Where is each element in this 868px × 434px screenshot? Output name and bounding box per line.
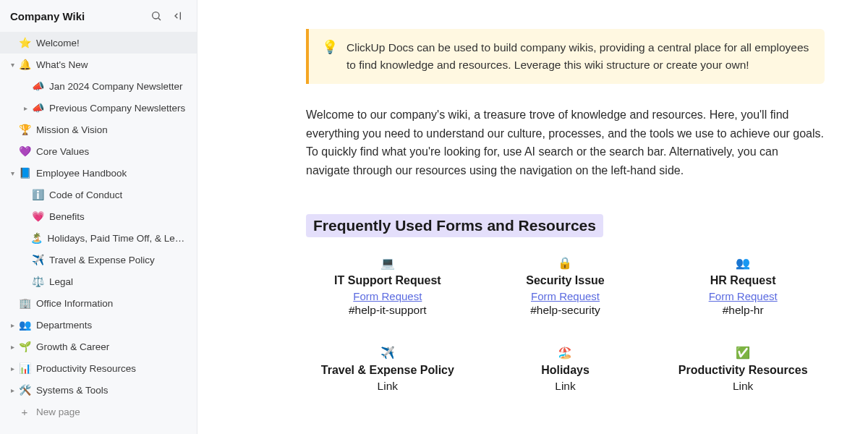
card-icon: 🔒 <box>484 256 647 270</box>
main-content: 💡 ClickUp Docs can be used to build comp… <box>197 0 868 434</box>
page-emoji-icon: 🏆 <box>17 124 32 135</box>
card-form-link[interactable]: Form Request <box>661 290 825 302</box>
page-emoji-icon: ℹ️ <box>30 189 45 200</box>
section-heading: Frequently Used Forms and Resources <box>306 214 603 237</box>
page-emoji-icon: 💗 <box>30 210 45 222</box>
page-emoji-icon: 📣 <box>30 102 45 114</box>
resource-card: 🔒Security IssueForm Request#help-securit… <box>484 256 647 317</box>
card-icon: 💻 <box>306 256 469 270</box>
sidebar-item-label: Jan 2024 Company Newsletter <box>49 81 183 92</box>
intro-paragraph: Welcome to our company's wiki, a treasur… <box>306 106 825 179</box>
lightbulb-icon: 💡 <box>322 39 338 74</box>
sidebar-item[interactable]: 🏆Mission & Vision <box>0 119 197 140</box>
card-icon: ✅ <box>661 346 825 359</box>
page-emoji-icon: 📣 <box>30 80 45 92</box>
sidebar-item[interactable]: ℹ️Code of Conduct <box>0 184 197 205</box>
card-title: IT Support Request <box>306 274 469 287</box>
sidebar-item[interactable]: 🏢Office Information <box>0 292 197 314</box>
page-emoji-icon: 🏝️ <box>30 232 43 244</box>
page-emoji-icon: 📊 <box>17 362 32 374</box>
sidebar-item-label: Productivity Resources <box>36 363 136 374</box>
page-emoji-icon: 📘 <box>17 167 32 179</box>
collapse-sidebar-icon[interactable] <box>169 7 187 25</box>
card-icon: ✈️ <box>306 346 469 359</box>
page-emoji-icon: ⭐ <box>17 37 32 48</box>
resource-card: ✈️Travel & Expense PolicyLink <box>306 346 469 393</box>
card-icon: 👥 <box>661 256 825 270</box>
page-emoji-icon: ⚖️ <box>30 276 45 287</box>
sidebar-item-label: Growth & Career <box>36 341 109 352</box>
chevron-icon[interactable]: ▸ <box>7 343 17 351</box>
resource-card: 🏖️HolidaysLink <box>484 346 647 393</box>
plus-icon: + <box>17 406 32 418</box>
card-title: Productivity Resources <box>661 364 825 377</box>
sidebar-item[interactable]: 🏝️Holidays, Paid Time Off, & Leave… <box>0 227 197 249</box>
svg-point-0 <box>153 12 159 19</box>
page-emoji-icon: 🌱 <box>17 341 32 352</box>
card-channel-tag: #help-security <box>484 304 647 317</box>
sidebar: Company Wiki ⭐Welcome!▾🔔What's New📣Jan 2… <box>0 0 197 434</box>
search-icon[interactable] <box>148 7 165 25</box>
card-icon: 🏖️ <box>484 346 647 359</box>
card-title: Travel & Expense Policy <box>306 364 469 377</box>
svg-line-1 <box>158 18 161 20</box>
sidebar-item[interactable]: ▸📣Previous Company Newsletters <box>0 97 197 119</box>
sidebar-item-label: Travel & Expense Policy <box>49 255 155 265</box>
resource-card: 💻IT Support RequestForm Request#help-it-… <box>306 256 469 317</box>
resource-cards-grid: 💻IT Support RequestForm Request#help-it-… <box>306 256 825 393</box>
chevron-icon[interactable]: ▸ <box>20 104 30 112</box>
card-link-placeholder: Link <box>484 380 647 393</box>
page-emoji-icon: 💜 <box>17 145 32 157</box>
sidebar-item[interactable]: ▸📊Productivity Resources <box>0 357 197 379</box>
sidebar-item[interactable]: 📣Jan 2024 Company Newsletter <box>0 75 197 97</box>
sidebar-item[interactable]: ▾🔔What's New <box>0 54 197 75</box>
chevron-icon[interactable]: ▾ <box>7 169 17 177</box>
sidebar-header: Company Wiki <box>0 0 197 32</box>
card-channel-tag: #help-hr <box>661 304 825 317</box>
sidebar-item-label: Employee Handbook <box>36 168 127 179</box>
card-channel-tag: #help-it-support <box>306 304 469 317</box>
callout: 💡 ClickUp Docs can be used to build comp… <box>306 29 825 84</box>
sidebar-item-label: Previous Company Newsletters <box>49 103 185 114</box>
sidebar-item[interactable]: ▸🛠️Systems & Tools <box>0 379 197 401</box>
callout-text: ClickUp Docs can be used to build compan… <box>346 39 812 74</box>
sidebar-item-label: Office Information <box>36 298 113 309</box>
resource-card: ✅Productivity ResourcesLink <box>661 346 825 393</box>
sidebar-item-label: Departments <box>36 320 92 331</box>
page-emoji-icon: ✈️ <box>30 254 45 265</box>
sidebar-item-label: Welcome! <box>36 38 80 48</box>
sidebar-nav: ⭐Welcome!▾🔔What's New📣Jan 2024 Company N… <box>0 32 197 434</box>
card-link-placeholder: Link <box>661 380 825 393</box>
resource-card: 👥HR RequestForm Request#help-hr <box>661 256 825 317</box>
sidebar-item-label: What's New <box>36 59 88 70</box>
sidebar-item-label: Benefits <box>49 211 85 222</box>
sidebar-item[interactable]: ⭐Welcome! <box>0 32 197 54</box>
new-page-button[interactable]: .+New page <box>0 401 197 422</box>
card-title: Holidays <box>484 364 647 377</box>
sidebar-item[interactable]: 💗Benefits <box>0 205 197 227</box>
sidebar-item-label: Core Values <box>36 146 89 157</box>
sidebar-item-label: Legal <box>49 276 73 287</box>
chevron-icon[interactable]: ▸ <box>7 386 17 394</box>
sidebar-item[interactable]: ▾📘Employee Handbook <box>0 162 197 184</box>
page-emoji-icon: 👥 <box>17 319 32 331</box>
sidebar-item-label: Code of Conduct <box>49 190 122 200</box>
chevron-icon[interactable]: ▸ <box>7 365 17 373</box>
sidebar-item-label: Systems & Tools <box>36 385 109 396</box>
page-emoji-icon: 🔔 <box>17 59 32 70</box>
page-emoji-icon: 🏢 <box>17 297 32 309</box>
chevron-icon[interactable]: ▾ <box>7 61 17 69</box>
sidebar-item-label: Holidays, Paid Time Off, & Leave… <box>48 233 190 244</box>
sidebar-item[interactable]: 💜Core Values <box>0 140 197 162</box>
sidebar-item[interactable]: ✈️Travel & Expense Policy <box>0 249 197 271</box>
new-page-label: New page <box>36 407 80 417</box>
card-form-link[interactable]: Form Request <box>484 290 647 302</box>
workspace-title: Company Wiki <box>10 10 143 22</box>
chevron-icon[interactable]: ▸ <box>7 321 17 329</box>
sidebar-item[interactable]: ⚖️Legal <box>0 271 197 292</box>
card-title: Security Issue <box>484 274 647 287</box>
card-form-link[interactable]: Form Request <box>306 290 469 302</box>
sidebar-item[interactable]: ▸👥Departments <box>0 314 197 336</box>
card-link-placeholder: Link <box>306 380 469 393</box>
sidebar-item[interactable]: ▸🌱Growth & Career <box>0 336 197 357</box>
